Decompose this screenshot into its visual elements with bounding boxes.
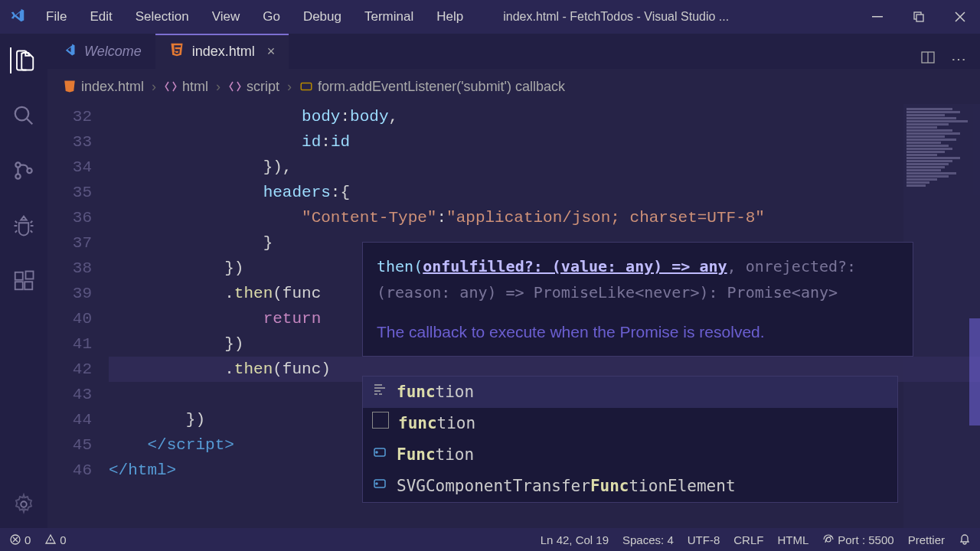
- menu-terminal[interactable]: Terminal: [355, 6, 423, 28]
- svg-rect-14: [301, 83, 312, 90]
- source-control-icon[interactable]: [11, 158, 37, 184]
- svg-point-16: [376, 452, 377, 453]
- svg-point-11: [21, 501, 27, 507]
- status-errors[interactable]: 0: [9, 533, 31, 546]
- code-line[interactable]: }),: [109, 155, 980, 180]
- signature-doc: The callback to execute when the Promise…: [377, 319, 899, 345]
- tab-label: Welcome: [84, 44, 142, 60]
- status-cursor[interactable]: Ln 42, Col 19: [541, 533, 609, 546]
- svg-rect-7: [15, 272, 23, 280]
- activity-bar: [0, 34, 47, 528]
- status-formatter[interactable]: Prettier: [908, 533, 945, 546]
- svg-rect-9: [24, 282, 32, 289]
- extensions-icon[interactable]: [11, 268, 37, 294]
- svg-point-4: [15, 162, 20, 167]
- window-title: index.html - FetchTodos - Visual Studio …: [503, 10, 859, 24]
- code-line[interactable]: "Content-Type":"application/json; charse…: [109, 205, 980, 230]
- status-indent[interactable]: Spaces: 4: [622, 533, 674, 546]
- minimap[interactable]: [903, 104, 980, 528]
- breadcrumb-item[interactable]: script: [228, 79, 279, 95]
- suggestion-label: Function: [397, 442, 474, 468]
- suggestion-popup[interactable]: functionfunctionFunctionSVGComponentTran…: [362, 376, 898, 503]
- explorer-icon[interactable]: [10, 47, 36, 73]
- svg-point-3: [15, 107, 29, 121]
- search-icon[interactable]: [11, 103, 37, 129]
- html-file-icon: [169, 42, 185, 61]
- minimize-button[interactable]: [867, 6, 888, 28]
- menu-view[interactable]: View: [203, 6, 250, 28]
- suggestion-item[interactable]: Function: [363, 439, 897, 471]
- notifications-icon[interactable]: [959, 533, 971, 546]
- menu-debug[interactable]: Debug: [294, 6, 351, 28]
- status-warnings[interactable]: 0: [44, 533, 66, 546]
- suggestion-label: function: [398, 411, 475, 436]
- code-editor[interactable]: 323334353637383940414243444546 body:body…: [47, 104, 980, 528]
- tab-label: index.html: [192, 44, 255, 60]
- window-controls: [867, 6, 971, 28]
- status-eol[interactable]: CRLF: [733, 533, 763, 546]
- suggestion-item[interactable]: function: [363, 377, 897, 408]
- maximize-button[interactable]: [908, 6, 929, 28]
- suggestion-icon: [372, 411, 389, 436]
- status-lang[interactable]: HTML: [777, 533, 808, 546]
- more-icon[interactable]: ⋯: [951, 50, 966, 69]
- code-line[interactable]: id:id: [109, 129, 980, 155]
- breadcrumb-item[interactable]: html: [164, 79, 208, 95]
- close-button[interactable]: [949, 6, 971, 28]
- menu-go[interactable]: Go: [253, 6, 289, 28]
- tab-welcome[interactable]: Welcome: [47, 34, 155, 69]
- svg-point-5: [15, 174, 20, 178]
- menu-edit[interactable]: Edit: [80, 6, 121, 28]
- breadcrumb-item[interactable]: form.addEventListener('submit') callback: [299, 79, 565, 95]
- suggestion-icon: [372, 442, 387, 468]
- menu-help[interactable]: Help: [427, 6, 472, 28]
- suggestion-item[interactable]: SVGComponentTransferFunctionElement: [363, 471, 897, 502]
- svg-rect-8: [15, 282, 23, 289]
- vscode-logo-icon: [9, 7, 26, 27]
- close-icon[interactable]: ×: [267, 44, 276, 60]
- title-bar: FileEditSelectionViewGoDebugTerminalHelp…: [0, 0, 980, 34]
- svg-rect-2: [916, 15, 923, 21]
- menu-bar: FileEditSelectionViewGoDebugTerminalHelp: [37, 6, 472, 28]
- line-gutter: 323334353637383940414243444546: [47, 104, 109, 528]
- split-editor-icon[interactable]: [920, 50, 936, 69]
- settings-gear-icon[interactable]: [11, 491, 37, 517]
- svg-point-18: [376, 483, 377, 484]
- breadcrumbs[interactable]: index.html›html›script›form.addEventList…: [47, 69, 980, 104]
- signature-help-popup: then(onfulfilled?: (value: any) => any, …: [362, 242, 913, 357]
- svg-point-6: [27, 168, 31, 173]
- suggestion-item[interactable]: function: [363, 408, 897, 439]
- svg-rect-0: [872, 16, 883, 18]
- breadcrumb-item[interactable]: index.html: [63, 79, 144, 95]
- tab-bar: Welcomeindex.html×⋯: [47, 34, 980, 69]
- code-line[interactable]: headers:{: [109, 180, 980, 205]
- suggestion-label: function: [397, 380, 474, 405]
- suggestion-icon: [372, 474, 387, 499]
- status-encoding[interactable]: UTF-8: [688, 533, 720, 546]
- svg-rect-10: [26, 272, 34, 279]
- suggestion-icon: [372, 380, 387, 405]
- tab-index-html[interactable]: index.html×: [155, 34, 289, 69]
- menu-selection[interactable]: Selection: [126, 6, 198, 28]
- main-area: Welcomeindex.html×⋯ index.html›html›scri…: [0, 34, 980, 528]
- editor-area: Welcomeindex.html×⋯ index.html›html›scri…: [47, 34, 980, 528]
- menu-file[interactable]: File: [37, 6, 76, 28]
- svg-point-20: [826, 537, 831, 542]
- vscode-icon: [61, 42, 77, 61]
- status-port[interactable]: Port : 5500: [822, 533, 893, 546]
- code-line[interactable]: body:body,: [109, 104, 980, 129]
- minimap-scroller[interactable]: [969, 318, 980, 425]
- status-bar: 0 0 Ln 42, Col 19 Spaces: 4 UTF-8 CRLF H…: [0, 528, 980, 551]
- suggestion-label: SVGComponentTransferFunctionElement: [397, 474, 736, 499]
- debug-icon[interactable]: [11, 213, 37, 239]
